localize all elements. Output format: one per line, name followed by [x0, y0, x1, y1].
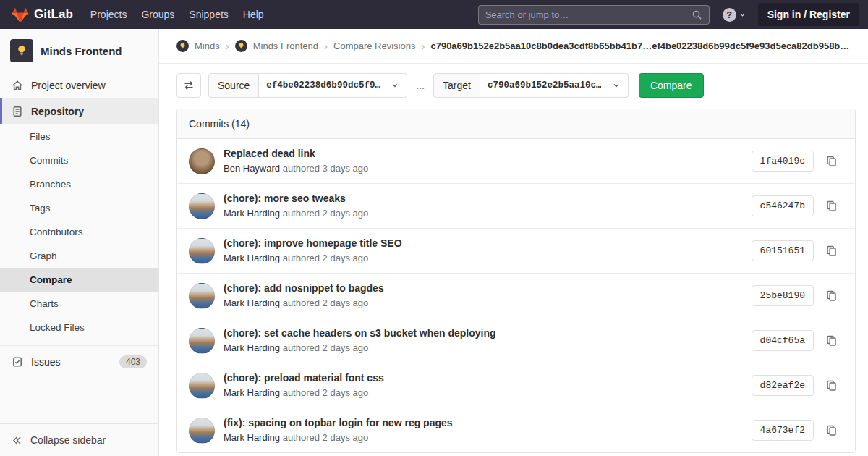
sidebar-item-files[interactable]: Files: [0, 124, 158, 148]
lightbulb-icon: [15, 44, 28, 57]
nav-groups[interactable]: Groups: [134, 0, 182, 29]
breadcrumb: Minds › Minds Frontend › Compare Revisio…: [159, 29, 868, 64]
source-revision-dropdown[interactable]: ef4be02238d6b99dc5f9…: [259, 73, 407, 98]
group-avatar: [176, 40, 189, 52]
sidebar-item-tags[interactable]: Tags: [0, 196, 158, 220]
sidebar-item-project-overview[interactable]: Project overview: [0, 72, 158, 98]
copy-sha-button[interactable]: [822, 242, 841, 260]
brand-name: GitLab: [34, 7, 73, 22]
commit-meta: authored 2 days ago: [283, 432, 369, 443]
copy-sha-button[interactable]: [822, 197, 841, 215]
collapse-sidebar-label: Collapse sidebar: [30, 434, 106, 446]
copy-sha-button[interactable]: [822, 152, 841, 170]
search-icon: [692, 9, 702, 20]
commit-title-link[interactable]: (chore): add nosnippet to bagdes: [224, 281, 752, 296]
commit-author-link[interactable]: Mark Harding: [224, 387, 280, 398]
clipboard-icon: [825, 245, 838, 257]
breadcrumb-page-link[interactable]: Compare Revisions: [333, 41, 415, 51]
double-chevron-left-icon: [12, 435, 22, 446]
commit-row: (chore): preload material font css Mark …: [177, 363, 855, 408]
sidebar-item-charts[interactable]: Charts: [0, 292, 158, 316]
commit-sha-link[interactable]: d04cf65a: [752, 330, 814, 351]
commit-sha-link[interactable]: 1fa4019c: [752, 151, 814, 172]
commit-meta: authored 2 days ago: [283, 297, 369, 308]
sidebar-item-compare[interactable]: Compare: [0, 268, 158, 292]
author-avatar: [189, 328, 215, 354]
breadcrumb-current-revisions: c790a69b152e2b5aa10c8b0dea3cdf8b65bb41b7…: [430, 41, 851, 51]
project-sidebar: Minds Frontend Project overview Reposito…: [0, 29, 159, 456]
target-revision-dropdown[interactable]: c790a69b152e2b5aa10c…: [480, 73, 629, 98]
commit-title-link[interactable]: (fix): spacing on topbar login for new r…: [224, 415, 752, 431]
commit-sha-link[interactable]: d82eaf2e: [752, 375, 814, 396]
chevron-down-icon: [612, 81, 621, 90]
breadcrumb-separator: ›: [324, 40, 328, 52]
main-content: Minds › Minds Frontend › Compare Revisio…: [159, 29, 868, 456]
commit-meta: authored 2 days ago: [283, 387, 369, 398]
sidebar-item-contributors[interactable]: Contributors: [0, 220, 158, 244]
breadcrumb-group-link[interactable]: Minds: [195, 41, 220, 51]
project-avatar: [10, 39, 33, 62]
swap-arrows-icon: [183, 80, 195, 91]
commits-panel-header: Commits (14): [177, 109, 855, 139]
commit-title-link[interactable]: (chore): improve homepage title SEO: [224, 236, 752, 251]
sidebar-item-locked-files[interactable]: Locked Files: [0, 316, 158, 339]
search-input[interactable]: [485, 9, 692, 20]
repository-icon: [12, 106, 23, 117]
sidebar-item-repository[interactable]: Repository: [0, 98, 158, 124]
copy-sha-button[interactable]: [822, 421, 841, 439]
copy-sha-button[interactable]: [822, 332, 841, 350]
commit-author-link[interactable]: Ben Hayward: [224, 163, 280, 174]
commit-title-link[interactable]: (chore): set cache headers on s3 bucket …: [224, 326, 752, 341]
sidebar-item-commits[interactable]: Commits: [0, 148, 158, 172]
commit-sha-link[interactable]: 60151651: [752, 240, 814, 261]
commit-author-link[interactable]: Mark Harding: [224, 342, 280, 353]
swap-revisions-button[interactable]: [176, 73, 201, 98]
commit-sha-link[interactable]: c546247b: [752, 195, 814, 216]
target-group: Target c790a69b152e2b5aa10c…: [433, 73, 629, 98]
global-search[interactable]: [478, 5, 710, 25]
sidebar-item-branches[interactable]: Branches: [0, 172, 158, 196]
commit-author-link[interactable]: Mark Harding: [224, 297, 280, 308]
project-context-header[interactable]: Minds Frontend: [0, 29, 158, 72]
commit-row: (fix): spacing on topbar login for new r…: [177, 408, 855, 452]
breadcrumb-project-link[interactable]: Minds Frontend: [253, 41, 318, 51]
sidebar-item-graph[interactable]: Graph: [0, 244, 158, 268]
commit-sha-link[interactable]: 4a673ef2: [752, 420, 814, 441]
top-navbar: GitLab Projects Groups Snippets Help ? S…: [0, 0, 868, 29]
help-menu-button[interactable]: ?: [723, 8, 746, 22]
home-icon: [12, 80, 23, 91]
sign-in-register-button[interactable]: Sign in / Register: [758, 3, 859, 26]
issues-icon: [12, 356, 23, 368]
copy-sha-button[interactable]: [822, 376, 841, 394]
sidebar-item-label: Issues: [31, 356, 60, 368]
commits-panel: Commits (14) Replaced dead link Ben Hayw…: [176, 109, 856, 453]
commit-title-link[interactable]: (chore): more seo tweaks: [224, 191, 752, 206]
clipboard-icon: [825, 424, 838, 436]
commit-sha-link[interactable]: 25be8190: [752, 285, 814, 306]
compare-button[interactable]: Compare: [639, 73, 704, 98]
commit-author-link[interactable]: Mark Harding: [224, 253, 280, 263]
gitlab-home-link[interactable]: GitLab: [12, 7, 73, 23]
sidebar-item-issues[interactable]: Issues 403: [0, 345, 158, 378]
commit-meta: authored 2 days ago: [283, 208, 369, 219]
commit-author-link[interactable]: Mark Harding: [224, 432, 280, 443]
target-label: Target: [433, 73, 480, 98]
source-label: Source: [208, 73, 259, 98]
nav-help[interactable]: Help: [236, 0, 271, 29]
commit-row: Replaced dead link Ben Hayward authored …: [177, 139, 855, 184]
source-group: Source ef4be02238d6b99dc5f9…: [208, 73, 407, 98]
author-avatar: [189, 238, 215, 264]
nav-snippets[interactable]: Snippets: [182, 0, 235, 29]
clipboard-icon: [825, 379, 838, 392]
target-revision-value: c790a69b152e2b5aa10c…: [488, 80, 602, 90]
commit-author-link[interactable]: Mark Harding: [224, 208, 280, 219]
commit-title-link[interactable]: (chore): preload material font css: [224, 371, 752, 386]
chevron-down-icon: [391, 81, 399, 90]
issues-count-badge: 403: [119, 355, 147, 368]
collapse-sidebar-button[interactable]: Collapse sidebar: [0, 423, 158, 456]
commit-title-link[interactable]: Replaced dead link: [224, 146, 752, 161]
author-avatar: [189, 418, 215, 444]
nav-projects[interactable]: Projects: [83, 0, 135, 29]
project-mini-avatar: [235, 40, 247, 52]
copy-sha-button[interactable]: [822, 287, 841, 305]
